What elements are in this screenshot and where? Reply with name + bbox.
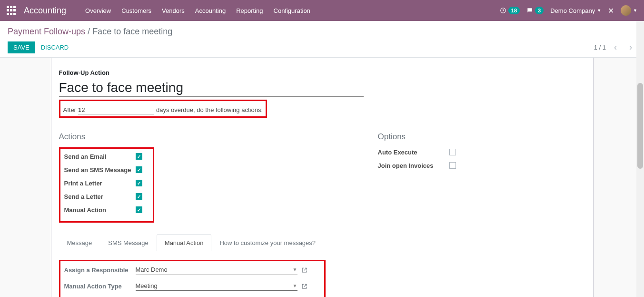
caret-down-icon: ▼ [633, 8, 637, 13]
menu-overview[interactable]: Overview [85, 7, 111, 14]
form-sheet: Follow-Up Action After days overdue, do … [51, 58, 594, 297]
control-panel: Payment Follow-ups / Face to face meetin… [0, 21, 644, 58]
menu-configuration[interactable]: Configuration [274, 7, 310, 14]
messages-button[interactable]: 3 [526, 7, 544, 14]
highlight-actions: Send an Email Send an SMS Message Print … [59, 147, 154, 223]
menu-customers[interactable]: Customers [121, 7, 151, 14]
highlight-days-overdue: After days overdue, do the following act… [59, 100, 268, 118]
messages-badge: 3 [535, 7, 544, 14]
action-row-send-letter: Send a Letter [64, 192, 149, 201]
tab-message[interactable]: Message [59, 234, 100, 251]
action-label: Send an SMS Message [64, 166, 136, 174]
top-nav: Accounting Overview Customers Vendors Ac… [0, 0, 644, 21]
action-type-label: Manual Action Type [64, 283, 136, 290]
menu-reporting[interactable]: Reporting [236, 7, 263, 14]
pager-next[interactable]: › [625, 42, 636, 53]
checkbox-manual-action[interactable] [136, 206, 142, 213]
caret-down-icon: ▼ [293, 283, 297, 288]
scrollbar-thumb[interactable] [637, 83, 643, 169]
caret-down-icon: ▼ [293, 267, 297, 272]
checkbox-send-sms[interactable] [136, 166, 142, 173]
clock-icon [500, 7, 506, 14]
pager-text: 1 / 1 [594, 44, 606, 51]
tab-sms-message[interactable]: SMS Message [100, 234, 157, 251]
option-label: Join open Invoices [378, 162, 449, 169]
caret-down-icon: ▼ [597, 8, 601, 13]
days-input[interactable] [78, 106, 154, 114]
action-type-value: Meeting [136, 282, 158, 289]
after-suffix: days overdue, do the following actions: [156, 106, 263, 113]
followup-action-label: Follow-Up Action [59, 69, 585, 76]
chat-icon [526, 7, 533, 14]
close-icon[interactable]: ✕ [608, 6, 614, 15]
right-nav: 18 3 Demo Company ▼ ✕ ▼ [500, 5, 637, 16]
external-link-icon[interactable] [301, 267, 307, 273]
company-switcher[interactable]: Demo Company ▼ [550, 7, 601, 14]
title-input[interactable] [59, 79, 364, 97]
action-row-email: Send an Email [64, 152, 149, 161]
action-row-print-letter: Print a Letter [64, 178, 149, 188]
option-row-join-invoices: Join open Invoices [378, 161, 597, 170]
checkbox-print-letter[interactable] [136, 180, 142, 186]
checkbox-auto-execute[interactable] [449, 149, 456, 155]
user-menu[interactable]: ▼ [621, 5, 637, 16]
checkbox-send-email[interactable] [136, 153, 142, 160]
checkbox-send-letter[interactable] [136, 193, 142, 200]
action-label: Send a Letter [64, 193, 136, 200]
option-label: Auto Execute [378, 149, 449, 156]
action-label: Print a Letter [64, 180, 136, 187]
option-row-auto-execute: Auto Execute [378, 147, 597, 157]
breadcrumb-parent[interactable]: Payment Follow-ups [8, 27, 85, 36]
company-name: Demo Company [550, 7, 595, 14]
action-type-select[interactable]: Meeting ▼ [136, 281, 297, 291]
after-prefix: After [63, 106, 76, 113]
tab-content-manual-action: Assign a Responsible Marc Demo ▼ Manual … [59, 251, 585, 297]
activities-badge: 18 [508, 7, 520, 14]
app-brand[interactable]: Accounting [24, 6, 66, 16]
breadcrumb-current: Face to face meeting [92, 27, 172, 36]
row-responsible: Assign a Responsible Marc Demo ▼ [64, 264, 320, 276]
menu-vendors[interactable]: Vendors [162, 7, 185, 14]
scrollbar-track[interactable] [636, 21, 644, 297]
tab-manual-action[interactable]: Manual Action [157, 234, 212, 251]
save-button[interactable]: SAVE [8, 41, 35, 53]
actions-title: Actions [59, 132, 316, 142]
menu-accounting[interactable]: Accounting [195, 7, 226, 14]
main-menu: Overview Customers Vendors Accounting Re… [85, 7, 310, 14]
checkbox-join-invoices[interactable] [449, 162, 456, 169]
discard-button[interactable]: DISCARD [35, 41, 75, 53]
row-action-type: Manual Action Type Meeting ▼ [64, 280, 320, 292]
pager-prev[interactable]: ‹ [610, 42, 621, 53]
action-row-sms: Send an SMS Message [64, 165, 149, 174]
action-row-manual: Manual Action [64, 205, 149, 215]
tabs: Message SMS Message Manual Action How to… [59, 234, 585, 251]
action-label: Manual Action [64, 206, 136, 214]
pager: 1 / 1 ‹ › [594, 42, 636, 53]
breadcrumb: Payment Follow-ups / Face to face meetin… [8, 27, 636, 37]
options-title: Options [378, 132, 597, 142]
highlight-manual-action: Assign a Responsible Marc Demo ▼ Manual … [59, 260, 326, 297]
external-link-icon[interactable] [301, 283, 307, 289]
responsible-label: Assign a Responsible [64, 266, 136, 274]
breadcrumb-sep: / [88, 27, 90, 36]
form-sheet-bg: Follow-Up Action After days overdue, do … [0, 58, 644, 297]
action-label: Send an Email [64, 153, 136, 160]
responsible-value: Marc Demo [136, 266, 168, 273]
apps-icon[interactable] [7, 6, 16, 15]
activities-button[interactable]: 18 [500, 7, 520, 14]
responsible-select[interactable]: Marc Demo ▼ [136, 265, 297, 275]
tab-how-to-customize[interactable]: How to customize your messages? [211, 234, 324, 251]
avatar [621, 5, 631, 16]
